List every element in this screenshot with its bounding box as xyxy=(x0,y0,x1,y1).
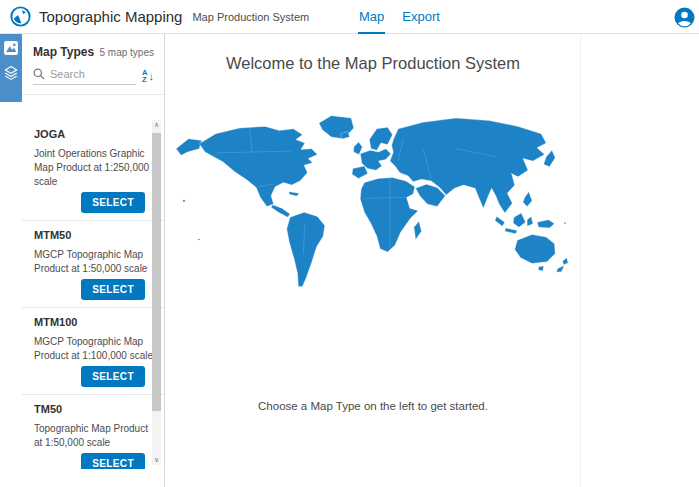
select-button-tm50[interactable]: SELECT xyxy=(81,453,145,469)
map-type-name: MTM50 xyxy=(34,228,152,242)
app-logo-icon xyxy=(10,6,31,27)
list-item-mtm100: MTM100 MGCP Topographic Map Product at 1… xyxy=(22,308,164,395)
map-product-tool-icon[interactable] xyxy=(2,39,20,57)
sort-arrow: ↓ xyxy=(149,71,155,82)
list-item-joga: JOGA Joint Operations Graphic Map Produc… xyxy=(22,120,164,221)
search-input[interactable] xyxy=(50,68,120,80)
select-button-mtm100[interactable]: SELECT xyxy=(81,366,145,387)
map-type-description: Topographic Map Product at 1:50,000 scal… xyxy=(34,422,153,450)
welcome-title: Welcome to the Map Production System xyxy=(166,54,580,73)
scrollbar-thumb[interactable] xyxy=(152,133,161,411)
welcome-panel: Welcome to the Map Production System xyxy=(166,34,581,487)
map-type-list: JOGA Joint Operations Graphic Map Produc… xyxy=(22,120,164,469)
divider xyxy=(22,94,164,95)
tab-export[interactable]: Export xyxy=(401,0,441,34)
sidebar-scrollbar[interactable]: ∧ ∨ xyxy=(152,120,161,465)
scroll-up-icon[interactable]: ∧ xyxy=(154,120,159,130)
map-type-description: MGCP Topographic Map Product at 1:100,00… xyxy=(34,335,153,363)
header-tabs: Map Export xyxy=(358,0,441,34)
search-field[interactable] xyxy=(33,68,136,85)
list-item-mtm50: MTM50 MGCP Topographic Map Product at 1:… xyxy=(22,221,164,308)
world-map-image xyxy=(167,99,580,314)
map-types-panel: Map Types 5 map types A Z ↓ JOGA Joint O… xyxy=(22,34,165,487)
tab-map[interactable]: Map xyxy=(358,0,385,34)
layers-tool-icon[interactable] xyxy=(2,64,20,82)
map-types-count: 5 map types xyxy=(100,47,154,58)
tool-strip xyxy=(0,34,22,102)
list-item-tm50: TM50 Topographic Map Product at 1:50,000… xyxy=(22,395,164,469)
map-type-description: MGCP Topographic Map Product at 1:50,000… xyxy=(34,248,153,276)
instruction-text: Choose a Map Type on the left to get sta… xyxy=(166,400,580,412)
select-button-joga[interactable]: SELECT xyxy=(81,192,145,213)
sort-letter-z: Z xyxy=(142,77,147,84)
select-button-mtm50[interactable]: SELECT xyxy=(81,279,145,300)
map-type-name: JOGA xyxy=(34,127,152,141)
map-type-description: Joint Operations Graphic Map Product at … xyxy=(34,147,153,189)
map-type-name: MTM100 xyxy=(34,315,152,329)
app-header: Topographic Mapping Map Production Syste… xyxy=(0,0,699,34)
search-icon xyxy=(33,68,45,80)
map-type-name: TM50 xyxy=(34,402,152,416)
scroll-down-icon[interactable]: ∨ xyxy=(154,455,159,465)
app-title: Topographic Mapping xyxy=(39,8,182,25)
sort-alphabetical-icon[interactable]: A Z ↓ xyxy=(142,70,154,85)
account-icon[interactable] xyxy=(674,7,695,28)
panel-title: Map Types xyxy=(33,45,94,59)
map-types-header: Map Types 5 map types xyxy=(22,34,164,59)
search-row: A Z ↓ xyxy=(33,68,154,85)
app-subtitle: Map Production System xyxy=(192,11,309,23)
